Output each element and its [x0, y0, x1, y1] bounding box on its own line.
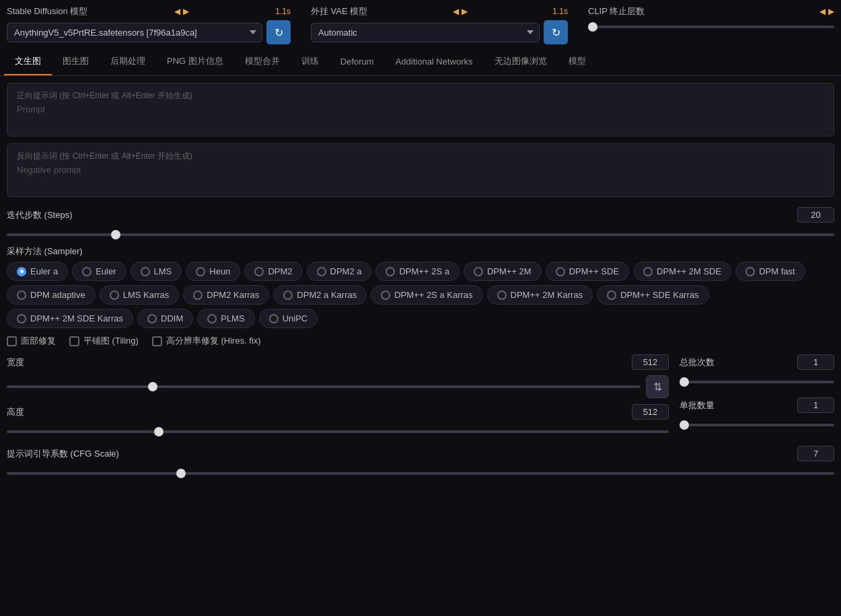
- tab-infinite-image[interactable]: 无边图像浏览: [484, 48, 558, 75]
- tab-pnginfo[interactable]: PNG 图片信息: [156, 48, 234, 75]
- tab-txt2img[interactable]: 文生图: [4, 48, 52, 75]
- sd-arrow-left: ◀: [174, 7, 180, 16]
- sampler-dpm2a-label: DPM2 a: [330, 266, 362, 276]
- sampler-lmskarras[interactable]: LMS Karras: [100, 285, 180, 305]
- sampler-dpm2akarras-label: DPM2 a Karras: [297, 290, 357, 300]
- vae-label-row: 外挂 VAE 模型 ◀ ▶ 1.1s: [311, 5, 568, 17]
- wh-batch-section: 宽度 512 ⇅ 高度 512: [7, 351, 834, 438]
- radio-circle-lms: [141, 267, 150, 276]
- sampler-dpmpp2m[interactable]: DPM++ 2M: [464, 262, 542, 281]
- face-restore-checkbox[interactable]: 面部修复: [7, 335, 56, 347]
- sampler-dpmpp2msdekarras[interactable]: DPM++ 2M SDE Karras: [7, 309, 133, 328]
- width-slider-container: [7, 380, 641, 393]
- batch-count-label: 总批次数: [680, 356, 715, 369]
- batch-size-slider[interactable]: [680, 424, 834, 426]
- batch-count-slider[interactable]: [680, 381, 834, 383]
- sampler-dpm2karras[interactable]: DPM2 Karras: [183, 285, 269, 305]
- sampler-dpm2[interactable]: DPM2: [244, 262, 302, 281]
- hires-fix-checkbox[interactable]: 高分辨率修复 (Hires. fix): [152, 335, 261, 347]
- batch-count-slider-container: [680, 375, 834, 389]
- tab-modelmerge[interactable]: 模型合并: [234, 48, 291, 75]
- batch-count-value[interactable]: 1: [797, 354, 834, 370]
- hires-fix-label: 高分辨率修复 (Hires. fix): [166, 335, 261, 347]
- sd-model-arrows: ◀ ▶: [174, 7, 189, 16]
- main-content: 正向提示词 (按 Ctrl+Enter 或 Alt+Enter 开始生成) Pr…: [0, 76, 841, 480]
- sd-model-select[interactable]: AnythingV5_v5PrtRE.safetensors [7f96a1a9…: [7, 23, 262, 42]
- clip-arrow-left: ◀: [819, 7, 826, 16]
- sampler-dpmpp2sa[interactable]: DPM++ 2S a: [375, 262, 459, 281]
- sampler-dpmpp2msde[interactable]: DPM++ 2M SDE: [633, 262, 731, 281]
- sampler-dpm2-label: DPM2: [268, 266, 292, 276]
- tab-img2img[interactable]: 图生图: [52, 48, 100, 75]
- sampler-dpm2akarras[interactable]: DPM2 a Karras: [273, 285, 367, 305]
- sampler-dpmpp2sakarras[interactable]: DPM++ 2S a Karras: [371, 285, 482, 305]
- sampler-plms[interactable]: PLMS: [197, 309, 254, 328]
- tiling-checkbox[interactable]: 平铺图 (Tiling): [69, 335, 139, 347]
- negative-prompt-placeholder: Negative prompt: [17, 165, 824, 175]
- sampler-dpmadaptive-label: DPM adaptive: [30, 290, 85, 300]
- steps-slider[interactable]: [7, 233, 834, 236]
- cfg-slider[interactable]: [7, 472, 834, 475]
- tab-postprocess[interactable]: 后期处理: [100, 48, 156, 75]
- sampler-radio-grid: Euler a Euler LMS Heun DPM2 DPM2 a: [7, 262, 834, 328]
- radio-circle-unipc: [269, 314, 279, 323]
- batch-count-section: 总批次数 1: [680, 351, 834, 389]
- clip-slider[interactable]: [588, 26, 834, 28]
- clip-section: CLIP 终止层数 ◀ ▶: [588, 5, 834, 38]
- vae-refresh-btn[interactable]: ↻: [544, 20, 568, 44]
- vae-arrows: ◀ ▶: [453, 7, 468, 16]
- radio-circle-heun: [196, 267, 205, 276]
- sampler-unipc[interactable]: UniPC: [259, 309, 318, 328]
- tab-deforum[interactable]: Deforum: [330, 50, 385, 75]
- sampler-dpmppsdekarras[interactable]: DPM++ SDE Karras: [597, 285, 708, 305]
- sd-arrow-right: ▶: [183, 7, 189, 16]
- tab-train[interactable]: 训练: [291, 48, 330, 75]
- radio-circle-dpmppsde: [556, 267, 565, 276]
- radio-circle-dpmpp2msde: [643, 267, 653, 276]
- sampler-euler-a[interactable]: Euler a: [7, 262, 68, 281]
- radio-circle-dpmpp2msdekarras: [17, 314, 26, 323]
- tab-additional-networks[interactable]: Additional Networks: [385, 50, 484, 75]
- batch-size-section: 单批数量 1: [680, 394, 834, 432]
- swap-wh-btn[interactable]: ⇅: [646, 375, 669, 398]
- clip-arrows: ◀ ▶: [819, 7, 834, 16]
- width-value[interactable]: 512: [632, 354, 669, 370]
- checkbox-row: 面部修复 平铺图 (Tiling) 高分辨率修复 (Hires. fix): [7, 335, 834, 347]
- sd-model-refresh-btn[interactable]: ↻: [266, 20, 291, 44]
- batch-size-value[interactable]: 1: [797, 397, 834, 413]
- cfg-value[interactable]: 7: [797, 446, 834, 461]
- height-slider-container: [7, 425, 669, 438]
- sampler-lms[interactable]: LMS: [131, 262, 182, 281]
- width-slider-row: ⇅: [7, 375, 669, 398]
- sampler-dpmppsde[interactable]: DPM++ SDE: [546, 262, 629, 281]
- sampler-heun[interactable]: Heun: [186, 262, 240, 281]
- sampler-dpmpp2sakarras-label: DPM++ 2S a Karras: [394, 290, 472, 300]
- radio-circle-dpmpp2sakarras: [381, 291, 390, 300]
- width-label: 宽度: [7, 356, 24, 369]
- vae-arrow-right: ▶: [462, 7, 468, 16]
- sampler-lms-label: LMS: [154, 266, 172, 276]
- vae-arrow-left: ◀: [453, 7, 459, 16]
- sampler-dpmadaptive[interactable]: DPM adaptive: [7, 285, 96, 305]
- steps-value[interactable]: 20: [797, 207, 834, 223]
- hires-fix-box: [152, 336, 162, 346]
- width-slider[interactable]: [7, 385, 641, 388]
- height-slider[interactable]: [7, 430, 669, 433]
- sampler-euler[interactable]: Euler: [72, 262, 126, 281]
- sampler-dpmfast[interactable]: DPM fast: [735, 262, 805, 281]
- sampler-ddim[interactable]: DDIM: [137, 309, 193, 328]
- height-value[interactable]: 512: [632, 404, 669, 420]
- negative-prompt-area[interactable]: 反向提示词 (按 Ctrl+Enter 或 Alt+Enter 开始生成) Ne…: [7, 143, 834, 197]
- height-section: 高度 512: [7, 401, 669, 438]
- negative-prompt-hint: 反向提示词 (按 Ctrl+Enter 或 Alt+Enter 开始生成): [17, 151, 824, 162]
- cfg-label: 提示词引导系数 (CFG Scale): [7, 448, 119, 460]
- positive-prompt-area[interactable]: 正向提示词 (按 Ctrl+Enter 或 Alt+Enter 开始生成) Pr…: [7, 83, 834, 137]
- sampler-heun-label: Heun: [209, 266, 230, 276]
- clip-slider-container: [588, 20, 834, 34]
- tab-models[interactable]: 模型: [558, 48, 597, 75]
- sampler-dpmpp2mkarras[interactable]: DPM++ 2M Karras: [487, 285, 593, 305]
- width-section: 宽度 512 ⇅: [7, 351, 669, 398]
- sampler-dpm2a[interactable]: DPM2 a: [307, 262, 372, 281]
- positive-prompt-hint: 正向提示词 (按 Ctrl+Enter 或 Alt+Enter 开始生成): [17, 90, 824, 102]
- vae-select[interactable]: Automatic: [311, 23, 540, 42]
